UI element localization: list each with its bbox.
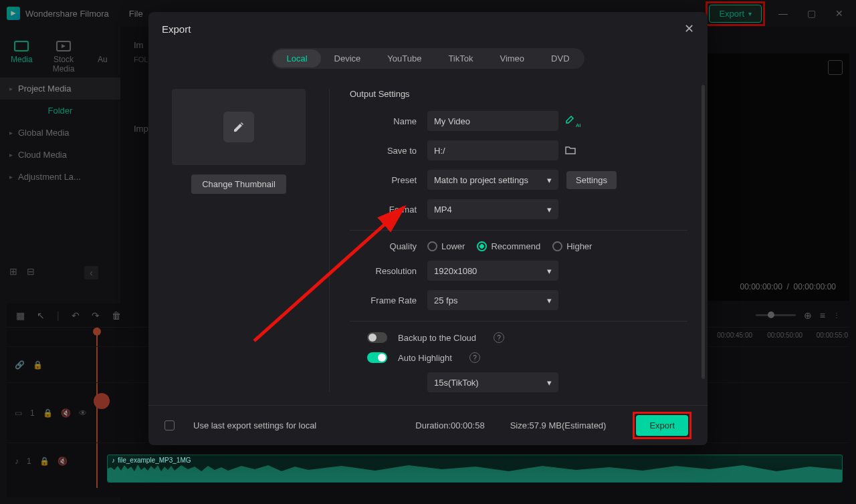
- chevron-down-icon: ▾: [547, 295, 552, 305]
- tab-youtube[interactable]: YouTube: [374, 49, 435, 68]
- backup-cloud-toggle[interactable]: [367, 332, 387, 343]
- quality-higher-radio[interactable]: Higher: [552, 241, 592, 251]
- saveto-input[interactable]: [427, 140, 558, 160]
- label-format: Format: [350, 205, 417, 215]
- label-preset: Preset: [350, 175, 417, 185]
- chevron-down-icon: ▾: [547, 266, 552, 276]
- framerate-select[interactable]: 25 fps▾: [427, 290, 558, 310]
- backup-label: Backup to the Cloud: [398, 333, 476, 343]
- scrollbar[interactable]: [702, 85, 705, 379]
- size-info: Size:57.9 MB(Estimated): [510, 420, 607, 430]
- change-thumbnail-button[interactable]: Change Thumbnail: [191, 174, 286, 194]
- tab-vimeo[interactable]: Vimeo: [486, 49, 538, 68]
- tab-local[interactable]: Local: [273, 49, 320, 68]
- quality-recommend-radio[interactable]: Recommend: [477, 241, 540, 251]
- label-resolution: Resolution: [350, 266, 417, 276]
- export-modal: Export ✕ Local Device YouTube TikTok Vim…: [148, 12, 708, 445]
- highlight-preset-select[interactable]: 15s(TikTok)▾: [427, 372, 558, 392]
- name-input[interactable]: [427, 111, 558, 131]
- export-tabs: Local Device YouTube TikTok Vimeo DVD: [272, 48, 584, 69]
- pencil-icon[interactable]: [223, 112, 254, 142]
- format-select[interactable]: MP4▾: [427, 199, 558, 219]
- music-icon: ♪: [112, 457, 115, 464]
- folder-browse-icon[interactable]: [565, 145, 576, 156]
- tab-device[interactable]: Device: [321, 49, 374, 68]
- auto-highlight-label: Auto Highlight: [398, 353, 452, 363]
- use-last-settings-checkbox[interactable]: [165, 420, 175, 430]
- thumbnail-preview: [172, 89, 306, 165]
- quality-lower-radio[interactable]: Lower: [427, 241, 465, 251]
- resolution-select[interactable]: 1920x1080▾: [427, 261, 558, 281]
- auto-highlight-toggle[interactable]: [367, 352, 387, 363]
- preset-settings-button[interactable]: Settings: [566, 171, 617, 189]
- tab-tiktok[interactable]: TikTok: [435, 49, 486, 68]
- chevron-down-icon: ▾: [547, 205, 552, 215]
- modal-close-button[interactable]: ✕: [684, 21, 694, 36]
- export-button[interactable]: Export: [636, 415, 688, 436]
- duration-info: Duration:00:00:58: [415, 420, 484, 430]
- chevron-down-icon: ▾: [547, 175, 552, 185]
- help-icon[interactable]: ?: [494, 332, 504, 343]
- label-name: Name: [350, 116, 417, 126]
- label-saveto: Save to: [350, 146, 417, 156]
- modal-title: Export: [162, 23, 191, 35]
- ai-edit-icon[interactable]: AI: [565, 114, 581, 128]
- preset-select[interactable]: Match to project settings▾: [427, 170, 558, 190]
- modal-backdrop: Export ✕ Local Device YouTube TikTok Vim…: [0, 0, 856, 504]
- highlight-export-bottom: Export: [633, 412, 691, 439]
- use-last-settings-label: Use last export settings for local: [193, 420, 316, 430]
- label-framerate: Frame Rate: [350, 295, 417, 305]
- output-settings-title: Output Settings: [350, 89, 687, 99]
- label-quality: Quality: [350, 241, 417, 251]
- chevron-down-icon: ▾: [547, 378, 552, 388]
- tab-dvd[interactable]: DVD: [538, 49, 582, 68]
- help-icon[interactable]: ?: [469, 352, 480, 363]
